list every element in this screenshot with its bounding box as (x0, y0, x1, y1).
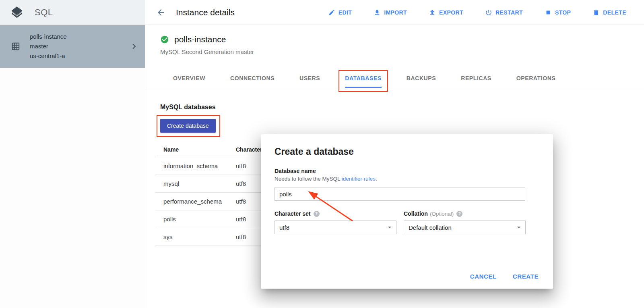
db-name-cell: performance_schema (155, 192, 236, 210)
character-set-field: Character set ? utf8 (275, 210, 396, 234)
help-suffix: . (376, 176, 377, 182)
database-name-help: Needs to follow the MySQL identifier rul… (275, 176, 539, 182)
sidebar-instance-text: polls-instance master us-central1-a (30, 32, 119, 61)
delete-button[interactable]: DELETE (592, 9, 626, 16)
export-button[interactable]: EXPORT (429, 9, 463, 16)
tab-operations[interactable]: OPERATIONS (516, 75, 556, 88)
top-bar: SQL Instance details EDIT IMPORT EXPORT (0, 0, 644, 25)
edit-button[interactable]: EDIT (328, 9, 352, 16)
db-name-cell: sys (155, 228, 236, 246)
sidebar-item-polls-instance[interactable]: polls-instance master us-central1-a (0, 25, 145, 68)
status-check-icon (160, 35, 169, 44)
instance-name: polls-instance (174, 35, 226, 44)
character-set-label: Character set (275, 210, 311, 217)
edit-button-label: EDIT (339, 9, 352, 16)
import-download-icon (374, 9, 381, 16)
collation-value: Default collation (409, 224, 452, 231)
section-title-mysql-databases: MySQL databases (160, 104, 644, 111)
grid-icon (11, 42, 20, 51)
tab-databases[interactable]: DATABASES (345, 75, 381, 88)
sidebar: polls-instance master us-central1-a (0, 25, 145, 308)
tab-backups[interactable]: BACKUPS (407, 75, 436, 88)
tab-overview[interactable]: OVERVIEW (173, 75, 205, 88)
dialog-selects-row: Character set ? utf8 Collation (Optional… (275, 210, 539, 234)
tab-replicas[interactable]: REPLICAS (461, 75, 491, 88)
database-name-label: Database name (275, 168, 539, 174)
delete-button-label: DELETE (603, 9, 626, 16)
tab-users[interactable]: USERS (299, 75, 320, 88)
create-button[interactable]: CREATE (513, 273, 539, 280)
identifier-rules-link[interactable]: identifier rules (342, 176, 376, 182)
collation-label: Collation (404, 210, 428, 217)
collation-optional-label: (Optional) (430, 211, 454, 217)
toolbar-actions: EDIT IMPORT EXPORT RESTART STOP DELETE (328, 9, 626, 16)
instance-header: polls-instance MySQL Second Generation m… (146, 25, 644, 55)
column-header-name: Name (155, 142, 236, 157)
dialog-title: Create a database (275, 146, 539, 157)
collation-help-icon[interactable]: ? (456, 211, 462, 217)
collation-select[interactable]: Default collation (404, 221, 526, 234)
create-database-button[interactable]: Create database (160, 119, 216, 133)
restart-button-label: RESTART (495, 9, 523, 16)
chevron-down-icon (386, 223, 394, 231)
import-button[interactable]: IMPORT (374, 9, 407, 16)
collation-field: Collation (Optional) ? Default collation (404, 210, 526, 234)
back-arrow-icon (156, 8, 166, 17)
tab-connections[interactable]: CONNECTIONS (230, 75, 275, 88)
power-icon (485, 9, 492, 16)
character-set-value: utf8 (279, 224, 289, 231)
chevron-down-icon (515, 223, 523, 231)
sidebar-instance-zone: us-central1-a (30, 51, 119, 61)
tab-databases-label: DATABASES (345, 75, 381, 81)
sidebar-instance-role: master (30, 42, 119, 51)
stop-button[interactable]: STOP (545, 9, 571, 16)
product-header: SQL (0, 0, 145, 25)
db-name-cell: mysql (155, 175, 236, 192)
import-button-label: IMPORT (384, 9, 407, 16)
pencil-icon (328, 9, 335, 16)
db-name-cell: information_schema (155, 157, 236, 175)
db-name-cell: polls (155, 210, 236, 228)
restart-button[interactable]: RESTART (485, 9, 523, 16)
stop-button-label: STOP (555, 9, 571, 16)
trash-icon (592, 9, 600, 16)
sidebar-instance-name: polls-instance (30, 32, 119, 42)
sql-logo-icon (10, 5, 24, 20)
product-name: SQL (35, 7, 53, 18)
chevron-right-icon (129, 41, 139, 52)
page-title: Instance details (176, 8, 235, 17)
help-prefix: Needs to follow the MySQL (275, 176, 342, 182)
create-database-button-wrap: Create database (160, 119, 216, 133)
create-database-dialog: Create a database Database name Needs to… (261, 134, 553, 289)
character-set-select[interactable]: utf8 (275, 221, 396, 234)
character-set-help-icon[interactable]: ? (314, 211, 320, 217)
instance-toolbar: Instance details EDIT IMPORT EXPORT REST… (145, 0, 644, 25)
back-arrow-button[interactable] (156, 7, 166, 18)
instance-subtitle: MySQL Second Generation master (160, 48, 644, 55)
database-name-input[interactable] (275, 187, 525, 201)
stop-square-icon (545, 9, 552, 16)
export-upload-icon (429, 9, 436, 16)
page-root: { "app": { "product": "SQL" }, "sidebar"… (0, 0, 644, 308)
export-button-label: EXPORT (439, 9, 463, 16)
cancel-button[interactable]: CANCEL (470, 273, 497, 280)
tab-bar: OVERVIEW CONNECTIONS USERS DATABASES BAC… (146, 69, 644, 88)
dialog-actions: CANCEL CREATE (470, 273, 539, 280)
